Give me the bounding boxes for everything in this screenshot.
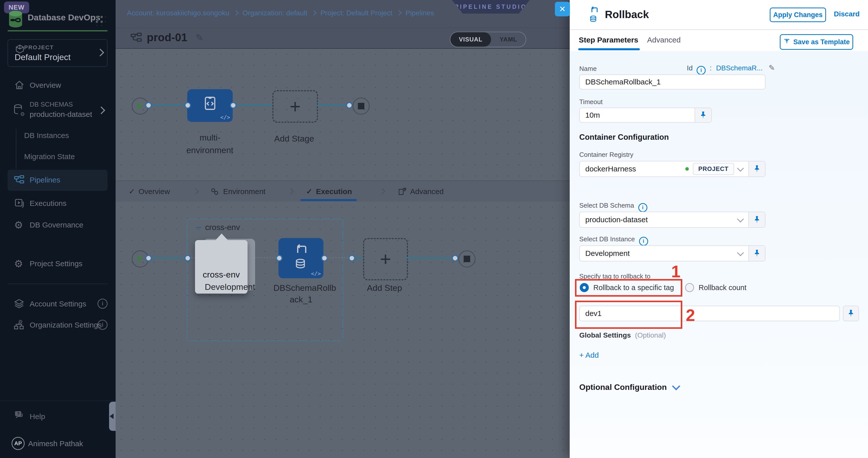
connector-dot[interactable] — [145, 102, 152, 109]
db-schema-select[interactable]: production-dataset — [580, 212, 748, 227]
tab-environment-label: Environment — [223, 187, 266, 196]
pipeline-end-node[interactable] — [352, 97, 370, 115]
tab-advanced-panel[interactable]: Advanced — [647, 36, 681, 44]
tooltip-text: cross-env — [195, 270, 248, 279]
container-registry-select[interactable]: dockerHarness PROJECT — [580, 161, 748, 177]
collapse-minus-icon[interactable]: − — [195, 225, 201, 230]
svg-text:⚙: ⚙ — [20, 111, 25, 117]
container-registry-value: dockerHarness — [585, 165, 681, 173]
dotted-connector — [255, 257, 276, 258]
connector-dot[interactable] — [184, 102, 191, 109]
select-db-schema-label: Select DB Schema — [579, 202, 634, 209]
check-icon: ✓ — [306, 187, 312, 196]
app-switcher-icon[interactable] — [94, 14, 105, 26]
apply-changes-button[interactable]: Apply Changes — [770, 7, 826, 22]
breadcrumb-account[interactable]: Account: kurosakiichigo.songoku — [127, 9, 229, 17]
breadcrumb-org[interactable]: Organization: default — [243, 9, 307, 17]
sidebar-item-db-governance[interactable]: DB Governance — [30, 221, 83, 229]
tab-step-parameters[interactable]: Step Parameters — [579, 36, 638, 44]
pin-icon — [699, 111, 707, 119]
name-label: Name — [579, 65, 597, 73]
sidebar-item-overview[interactable]: Overview — [30, 81, 61, 90]
edit-pencil-icon[interactable]: ✎ — [195, 32, 204, 43]
sidebar-item-help[interactable]: Help — [30, 412, 45, 421]
step-label-line2[interactable]: ack_1 — [273, 295, 329, 304]
connector-dot[interactable] — [145, 255, 152, 262]
db-instance-select[interactable]: Development — [580, 246, 748, 261]
breadcrumb-pipelines[interactable]: Pipelines — [406, 9, 434, 17]
runtime-pin-button[interactable] — [748, 246, 765, 261]
close-drawer-button[interactable]: ✕ — [555, 2, 570, 16]
annotation-box-2 — [575, 301, 682, 329]
layers-icon — [13, 298, 25, 309]
radio-rollback-count-label: Rollback count — [699, 283, 746, 292]
execution-end-node[interactable] — [458, 250, 475, 268]
stage-node-multi-environment[interactable]: </> — [187, 89, 233, 122]
add-stage-button[interactable]: + — [272, 90, 318, 123]
timeout-input[interactable]: 10m — [580, 108, 694, 122]
sidebar-item-dbschemas-value[interactable]: production-dataset — [30, 110, 92, 119]
dbschemas-chevron-icon[interactable] — [97, 106, 105, 114]
breadcrumb-project[interactable]: Project: Default Project — [320, 9, 392, 17]
connector-dot[interactable] — [230, 102, 237, 109]
add-step-label[interactable]: Add Step — [363, 283, 406, 293]
save-as-template-button[interactable]: Save as Template — [780, 34, 853, 50]
sidebar-item-organization-settings[interactable]: Organization Settings — [30, 321, 102, 329]
dotted-connector — [327, 257, 348, 258]
discard-button[interactable]: Discard — [834, 10, 860, 18]
radio-rollback-count[interactable]: Rollback count — [685, 283, 746, 292]
add-global-setting-link[interactable]: + Add — [579, 351, 599, 360]
group-header[interactable]: − cross-env — [195, 223, 240, 232]
add-stage-label[interactable]: Add Stage — [272, 134, 316, 144]
add-step-button[interactable]: + — [363, 238, 408, 280]
development-label[interactable]: Development — [198, 282, 261, 292]
sidebar-bottom-divider — [0, 401, 116, 401]
tab-advanced[interactable]: ⚙ Advanced — [398, 187, 443, 196]
tab-environment[interactable]: Environment — [211, 187, 266, 196]
sidebar-item-executions[interactable]: Executions — [30, 199, 67, 208]
edit-pencil-icon[interactable]: ✎ — [769, 64, 775, 72]
app-logo-icon[interactable] — [7, 10, 24, 29]
toggle-yaml[interactable]: YAML — [491, 32, 526, 47]
executions-icon — [14, 198, 25, 209]
flow-line — [152, 257, 187, 259]
sidebar-item-project-settings[interactable]: Project Settings — [30, 259, 83, 268]
sidebar-collapse-handle[interactable] — [109, 402, 116, 431]
connector-dot[interactable] — [452, 255, 458, 262]
sidebar-item-account-settings[interactable]: Account Settings — [30, 300, 86, 308]
global-settings-row: Global Settings (Optional) — [579, 331, 666, 339]
pipelines-icon — [14, 175, 25, 185]
collapse-arrow-icon — [110, 414, 114, 419]
optional-configuration-toggle[interactable]: Optional Configuration — [579, 383, 679, 392]
name-input[interactable] — [579, 74, 766, 90]
chevron-down-icon — [737, 216, 744, 222]
tab-execution[interactable]: ✓Execution — [306, 187, 352, 196]
stage-label-line1[interactable]: multi- — [187, 133, 233, 143]
sidebar-item-pipelines[interactable]: Pipelines — [7, 170, 107, 191]
pin-icon — [753, 215, 761, 224]
runtime-pin-button[interactable] — [748, 161, 765, 177]
sidebar-item-dbschemas[interactable]: DB SCHEMAS — [30, 100, 73, 108]
db-schema-value: production-dataset — [585, 215, 734, 224]
user-name[interactable]: Animesh Pathak — [28, 439, 83, 448]
db-schema-group: production-dataset — [579, 212, 766, 228]
pipeline-studio-badge: PIPELINE STUDIO — [452, 0, 530, 13]
connector-dot[interactable] — [184, 255, 191, 262]
runtime-pin-button[interactable] — [748, 212, 765, 227]
toggle-visual[interactable]: VISUAL — [450, 32, 491, 47]
sidebar-item-db-instances[interactable]: DB Instances — [24, 131, 69, 140]
step-node-dbschemarollback[interactable]: </> — [278, 238, 323, 278]
runtime-pin-button[interactable] — [694, 108, 711, 122]
stage-canvas[interactable] — [116, 49, 570, 181]
tab-overview[interactable]: ✓Overview — [129, 187, 170, 196]
pipeline-icon — [131, 33, 143, 44]
stage-label-line2[interactable]: environment — [176, 145, 244, 155]
runtime-pin-button[interactable] — [843, 306, 859, 321]
sidebar-item-pipelines-label: Pipelines — [30, 176, 60, 184]
avatar[interactable]: AP — [11, 437, 25, 450]
step-label-line1[interactable]: DBSchemaRollb — [273, 283, 329, 293]
connector-dot[interactable] — [346, 102, 352, 109]
connector-dot[interactable] — [276, 255, 282, 262]
tab-execution-label: Execution — [316, 187, 352, 196]
sidebar-item-migration-state[interactable]: Migration State — [24, 152, 75, 161]
